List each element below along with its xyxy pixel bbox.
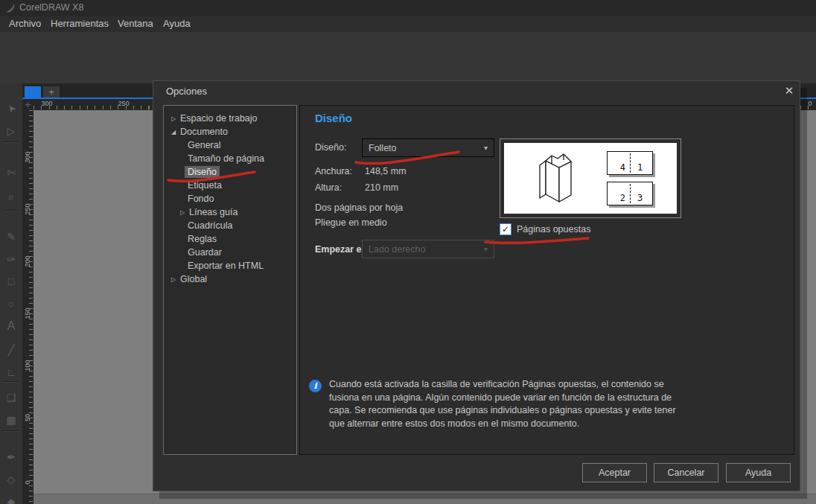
panel-heading: Diseño bbox=[315, 112, 352, 124]
layout-preview: 4 1 2 3 bbox=[504, 143, 677, 214]
measure-tool-icon[interactable]: ╱ bbox=[0, 341, 22, 359]
tree-item-general[interactable]: General bbox=[164, 138, 296, 152]
v-ruler-number: 250 bbox=[24, 200, 31, 219]
pick-tool-icon[interactable]: ➤ bbox=[0, 95, 25, 123]
options-dialog: Opciones ✕ ▷ Espacio de trabajo ◢ Docume… bbox=[153, 80, 800, 491]
zoom-tool-icon[interactable]: ⌕ bbox=[0, 188, 22, 205]
pliegue-text: Pliegue en medio bbox=[315, 217, 387, 228]
empezar-en-value: Lado derecho bbox=[369, 244, 425, 255]
v-ruler-number: 50 bbox=[24, 408, 31, 427]
title-bar: CorelDRAW X8 bbox=[0, 0, 816, 16]
tree-item-guardar[interactable]: Guardar bbox=[164, 246, 296, 259]
aceptar-button[interactable]: Aceptar bbox=[582, 463, 647, 482]
page-number: 4 bbox=[620, 162, 625, 173]
menu-ayuda[interactable]: Ayuda bbox=[163, 18, 191, 29]
dos-paginas-text: Dos páginas por hoja bbox=[315, 202, 403, 213]
bezier-tool-icon[interactable]: ✑ bbox=[0, 250, 22, 268]
info-icon: i bbox=[309, 380, 322, 392]
standard-toolbar: ▾ ↶ ▾ ↷ ▾ ↘ 1 bbox=[0, 32, 816, 58]
diseno-value: Folleto bbox=[369, 143, 397, 153]
v-ruler-number: 300 bbox=[24, 147, 31, 167]
h-ruler-number: 300 bbox=[37, 100, 57, 107]
menu-ventana[interactable]: Ventana bbox=[118, 18, 153, 29]
tree-collapsed-icon[interactable]: ▷ bbox=[179, 209, 186, 216]
horizontal-scrollbar[interactable] bbox=[34, 494, 816, 504]
selected-tree-item: Diseño bbox=[185, 166, 220, 178]
chevron-down-icon[interactable]: ▾ bbox=[484, 144, 488, 152]
h-ruler-number: 250 bbox=[114, 100, 133, 107]
extrude-tool-icon[interactable]: ❏ bbox=[0, 389, 22, 406]
tree-item-global[interactable]: ▷ Global bbox=[164, 272, 296, 286]
tree-item-tamano-de-pagina[interactable]: Tamaño de página bbox=[164, 152, 296, 165]
outline-tool-icon[interactable]: ◇ bbox=[0, 470, 22, 488]
tree-collapsed-icon[interactable]: ▷ bbox=[170, 276, 177, 283]
crop-tool-icon[interactable]: ✄ bbox=[0, 164, 22, 182]
h-ruler-number: 0 bbox=[800, 100, 816, 107]
v-ruler-number: 0 bbox=[24, 473, 31, 492]
ellipse-tool-icon[interactable]: ○ bbox=[0, 295, 22, 313]
tree-item-exportar-en-html[interactable]: Exportar en HTML bbox=[164, 259, 296, 272]
rectangle-tool-icon[interactable]: □ bbox=[0, 272, 22, 290]
eyedropper-tool-icon[interactable]: ✒ bbox=[0, 448, 22, 466]
active-page-tab[interactable] bbox=[25, 86, 41, 98]
toolbox-separator bbox=[3, 430, 19, 431]
diseno-panel: Diseño Diseño: Folleto ▾ Anchura: 148,5 … bbox=[299, 105, 794, 455]
page-number: 1 bbox=[637, 162, 643, 173]
tree-item-documento[interactable]: ◢ Documento bbox=[164, 125, 296, 138]
v-ruler-number: 100 bbox=[24, 356, 31, 375]
diseno-label: Diseño: bbox=[315, 142, 346, 153]
page-pair-top: 4 1 bbox=[607, 151, 653, 175]
v-ruler-number: 150 bbox=[24, 304, 31, 323]
v-ruler-number: 200 bbox=[24, 252, 31, 271]
fill-tool-icon[interactable]: ◆ bbox=[0, 493, 22, 504]
freehand-tool-icon[interactable]: ✎ bbox=[0, 228, 22, 246]
menu-herramientas[interactable]: Herramientas bbox=[51, 18, 109, 29]
text-tool-icon[interactable]: A bbox=[0, 317, 22, 335]
altura-label: Altura: bbox=[315, 182, 342, 193]
toolbox-separator bbox=[3, 381, 19, 382]
page-number: 2 bbox=[620, 193, 625, 203]
ayuda-button[interactable]: Ayuda bbox=[726, 463, 791, 482]
page-pair-bottom: 2 3 bbox=[607, 182, 653, 205]
add-page-tab[interactable]: + bbox=[43, 86, 60, 98]
booklet-illustration bbox=[528, 149, 587, 210]
empezar-en-dropdown: Lado derecho ▾ bbox=[362, 240, 494, 258]
shape-tool-icon[interactable]: ▷ bbox=[0, 122, 22, 140]
tree-item-reglas[interactable]: Reglas bbox=[164, 232, 296, 246]
coreldraw-window: CorelDRAW X8 Archivo Herramientas Ventan… bbox=[0, 0, 816, 504]
paginas-opuestas-row: ✓ Páginas opuestas bbox=[500, 223, 590, 235]
chevron-down-icon: ▾ bbox=[484, 245, 488, 253]
toolbox-separator bbox=[3, 141, 19, 142]
close-icon[interactable]: ✕ bbox=[781, 83, 797, 98]
tree-expanded-icon[interactable]: ◢ bbox=[170, 129, 177, 135]
toolbox-separator bbox=[3, 210, 19, 211]
cancelar-button[interactable]: Cancelar bbox=[654, 463, 718, 482]
mesh-fill-tool-icon[interactable]: ▦ bbox=[0, 411, 22, 429]
tree-item-fondo[interactable]: Fondo bbox=[164, 192, 296, 205]
tree-item-espacio-de-trabajo[interactable]: ▷ Espacio de trabajo bbox=[164, 112, 296, 125]
fold-dashed-line bbox=[630, 184, 631, 203]
ruler-origin-icon[interactable]: ✛ bbox=[22, 99, 34, 110]
altura-value: 210 mm bbox=[365, 182, 398, 193]
tree-item-etiqueta[interactable]: Etiqueta bbox=[164, 179, 296, 192]
diseno-dropdown[interactable]: Folleto ▾ bbox=[362, 138, 494, 157]
vertical-ruler[interactable]: 300 250 200 150 100 50 0 bbox=[22, 110, 34, 504]
fold-dashed-line bbox=[630, 153, 631, 173]
tree-collapsed-icon[interactable]: ▷ bbox=[170, 115, 177, 122]
anchura-value: 148,5 mm bbox=[365, 166, 407, 176]
tree-item-cuadricula[interactable]: Cuadrícula bbox=[164, 219, 296, 232]
toolbox: ➤ ▷ ✄ ⌕ ✎ ✑ □ ○ A ╱ ∟ ❏ ▦ ✒ ◇ ◆ bbox=[0, 83, 22, 504]
connector-tool-icon[interactable]: ∟ bbox=[0, 363, 22, 381]
options-tree: ▷ Espacio de trabajo ◢ Documento General… bbox=[163, 105, 297, 455]
info-text: Cuando está activada la casilla de verif… bbox=[329, 378, 678, 430]
tree-item-lineas-guia[interactable]: ▷ Líneas guía bbox=[164, 205, 296, 219]
paginas-opuestas-checkbox[interactable]: ✓ bbox=[500, 223, 511, 235]
page-number: 3 bbox=[637, 193, 643, 203]
window-title: CorelDRAW X8 bbox=[19, 2, 83, 13]
menu-archivo[interactable]: Archivo bbox=[9, 18, 41, 29]
layout-preview-frame: 4 1 2 3 bbox=[500, 138, 681, 218]
menu-bar: Archivo Herramientas Ventana Ayuda bbox=[0, 16, 816, 33]
tree-item-diseno[interactable]: Diseño bbox=[164, 165, 296, 179]
paginas-opuestas-label[interactable]: Páginas opuestas bbox=[517, 224, 590, 235]
dialog-title: Opciones bbox=[166, 86, 207, 97]
